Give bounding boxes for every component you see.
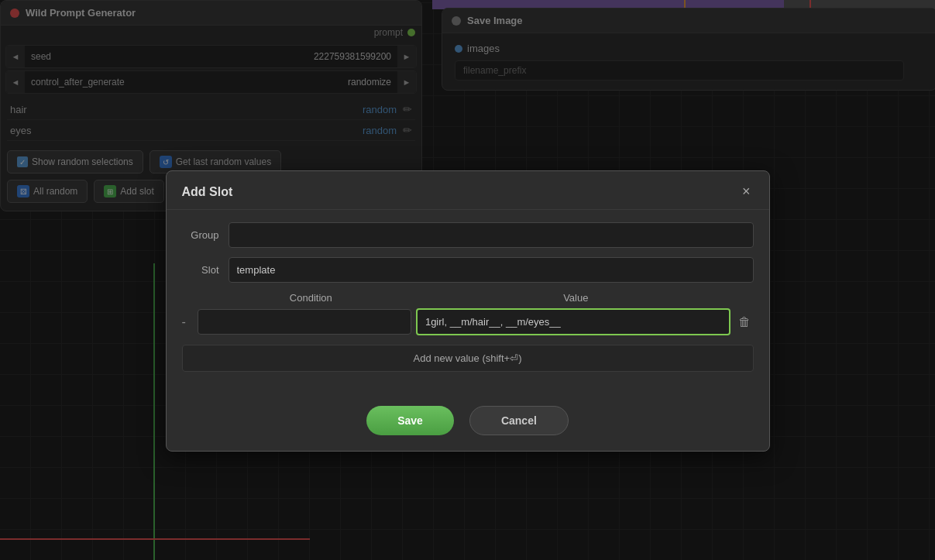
add-slot-modal: Add Slot × Group Slot Condition Value (166, 170, 770, 452)
value-input-1[interactable] (416, 308, 730, 335)
modal-overlay: Add Slot × Group Slot Condition Value (0, 0, 935, 560)
group-form-row: Group (182, 222, 754, 248)
cv-row-dash: - (182, 315, 193, 329)
modal-save-button[interactable]: Save (366, 406, 454, 435)
condition-column-header: Condition (208, 292, 414, 304)
add-new-value-button[interactable]: Add new value (shift+⏎) (182, 345, 754, 372)
slot-label: Slot (182, 264, 229, 276)
condition-value-table: Condition Value - 🗑 Add new value (shift… (182, 292, 754, 372)
modal-close-button[interactable]: × (739, 184, 754, 200)
slot-input[interactable] (229, 257, 754, 283)
cv-row-delete-button[interactable]: 🗑 (735, 315, 754, 329)
value-column-header: Value (414, 292, 730, 304)
modal-body: Group Slot Condition Value - (167, 210, 769, 393)
modal-title: Add Slot (182, 185, 233, 199)
modal-cancel-button[interactable]: Cancel (469, 406, 569, 435)
slot-form-row: Slot (182, 257, 754, 283)
modal-footer: Save Cancel (167, 393, 769, 451)
condition-value-row-1: - 🗑 (182, 308, 754, 335)
cv-table-header: Condition Value (182, 292, 754, 308)
group-input[interactable] (229, 222, 754, 248)
condition-input-1[interactable] (198, 309, 411, 335)
modal-header: Add Slot × (167, 171, 769, 210)
group-label: Group (182, 229, 229, 241)
